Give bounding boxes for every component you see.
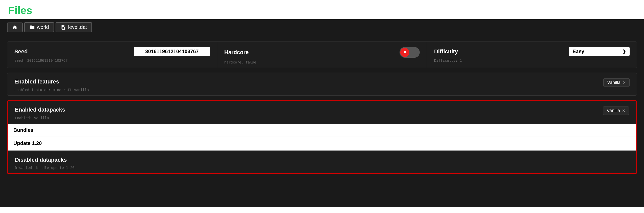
breadcrumb-bar: world level.dat <box>0 19 644 35</box>
disabled-datapacks-left: Disabled datapacks Disabled: bundle,upda… <box>15 157 75 170</box>
difficulty-dropdown[interactable]: Easy ❯ <box>569 47 630 56</box>
enabled-features-card: Enabled features Vanilla ✕ enabled_featu… <box>7 73 637 96</box>
enabled-datapacks-row: Enabled datapacks Vanilla ✕ <box>15 106 629 115</box>
datapacks-vanilla-tag-label: Vanilla <box>607 108 620 113</box>
difficulty-label: Difficulty <box>434 48 458 55</box>
page-title: Files <box>0 0 644 19</box>
datapacks-update-item[interactable]: Update 1.20 <box>8 137 636 151</box>
hardcore-meta: hardcore: false <box>224 60 420 64</box>
disabled-datapacks-label: Disabled datapacks <box>15 157 67 163</box>
hardcore-label: Hardcore <box>224 49 249 56</box>
datapacks-dropdown: Bundles Update 1.20 <box>8 124 636 151</box>
vanilla-tag-label: Vanilla <box>607 80 621 85</box>
datapacks-vanilla-tag: Vanilla ✕ <box>603 106 629 115</box>
seed-meta: seed: 3016119612104103767 <box>14 58 210 62</box>
datapacks-card: Enabled datapacks Vanilla ✕ Enabled: van… <box>7 100 637 174</box>
seed-section: Seed 3016119612104103767 seed: 301611961… <box>7 41 217 68</box>
enabled-datapacks-tags: Vanilla ✕ <box>603 106 629 115</box>
difficulty-meta: Difficulty: 1 <box>434 58 630 62</box>
enabled-features-label: Enabled features <box>14 78 59 85</box>
hardcore-section: Hardcore ✕ hardcore: false <box>217 41 427 68</box>
seed-label: Seed <box>14 48 28 55</box>
enabled-features-row: Enabled features Vanilla ✕ <box>14 78 630 87</box>
vanilla-tag-remove[interactable]: ✕ <box>623 80 626 85</box>
enabled-features-tags: Vanilla ✕ <box>603 78 630 87</box>
vanilla-tag: Vanilla ✕ <box>603 78 630 87</box>
enabled-datapacks-meta: Enabled: vanilla <box>15 116 629 120</box>
difficulty-value: Easy <box>573 49 584 54</box>
datapacks-bundles-item[interactable]: Bundles <box>8 124 636 137</box>
enabled-datapacks-label: Enabled datapacks <box>15 106 65 113</box>
breadcrumb-level-dat[interactable]: level.dat <box>56 22 92 32</box>
hardcore-toggle[interactable]: ✕ <box>400 47 420 58</box>
toggle-knob: ✕ <box>400 48 409 57</box>
disabled-datapacks-meta: Disabled: bundle,update_1_20 <box>15 166 75 170</box>
folder-icon <box>29 25 35 30</box>
seed-value-box[interactable]: 3016119612104103767 <box>134 47 210 56</box>
file-icon <box>61 25 66 30</box>
seed-header: Seed 3016119612104103767 <box>14 47 210 56</box>
top-row: Seed 3016119612104103767 seed: 301611961… <box>7 41 637 68</box>
main-content: Seed 3016119612104103767 seed: 301611961… <box>0 35 644 207</box>
bundles-label: Bundles <box>13 127 33 133</box>
home-icon <box>12 25 18 30</box>
update-label: Update 1.20 <box>13 140 42 146</box>
chevron-down-icon: ❯ <box>622 49 626 54</box>
enabled-features-meta: enabled_features: minecraft:vanilla <box>14 88 630 92</box>
datapacks-vanilla-tag-remove[interactable]: ✕ <box>622 108 625 113</box>
disabled-datapacks-section: Disabled datapacks Disabled: bundle,upda… <box>8 151 636 173</box>
breadcrumb-world[interactable]: world <box>24 22 54 32</box>
hardcore-header: Hardcore ✕ <box>224 47 420 58</box>
enabled-datapacks-section: Enabled datapacks Vanilla ✕ Enabled: van… <box>8 101 636 124</box>
breadcrumb-level-dat-label: level.dat <box>68 24 87 30</box>
hardcore-toggle-container: ✕ <box>400 47 420 58</box>
difficulty-header: Difficulty Easy ❯ <box>434 47 630 56</box>
breadcrumb-world-label: world <box>37 24 49 30</box>
difficulty-section: Difficulty Easy ❯ Difficulty: 1 <box>427 41 637 68</box>
breadcrumb-home[interactable] <box>7 23 23 32</box>
